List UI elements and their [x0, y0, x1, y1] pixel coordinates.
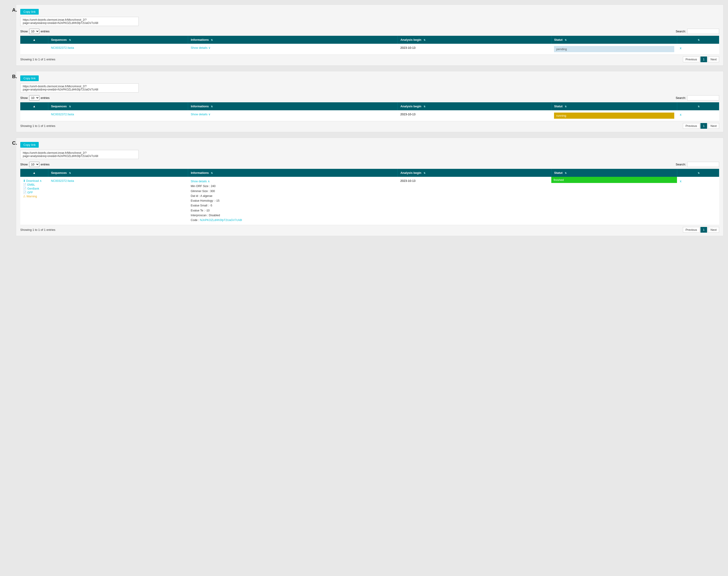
show-details-b-1[interactable]: Show details ∨ — [191, 113, 210, 116]
gff-link-c-1[interactable]: 📄 GFF — [23, 191, 46, 194]
detail-dat-id: Dat id : A algerae — [191, 194, 395, 198]
search-row-c: Search: — [676, 162, 719, 167]
search-label-c: Search: — [676, 163, 686, 166]
download-toggle-c-1[interactable]: ⬇ Download ∧ — [23, 179, 46, 182]
detail-min-orf: Min ORF Size : 240 — [191, 184, 395, 189]
col-sort-b[interactable]: ▲ — [20, 102, 48, 110]
sort-sequences-c: ⇅ — [69, 172, 71, 174]
pagination-c: Previous 1 Next — [683, 227, 719, 233]
sort-sequences-a: ⇅ — [69, 39, 71, 41]
row-analysis-c-1: 2023-10-13 — [398, 177, 551, 225]
sequence-link-a-1[interactable]: NC0032372.fasta — [51, 46, 74, 50]
sort-arrow-b: ▲ — [33, 105, 36, 108]
col-informations-c[interactable]: Informations ⇅ — [188, 169, 398, 177]
show-entries-left-b: Show 10 25 50 entries — [20, 95, 50, 100]
sort-arrow-c: ▲ — [33, 171, 36, 175]
sort-analysis-c: ⇅ — [424, 172, 425, 174]
search-label-a: Search: — [676, 30, 686, 33]
col-analysis-c[interactable]: Analysis begin ⇅ — [398, 169, 551, 177]
embl-link-c-1[interactable]: 📄 EMBL — [23, 183, 46, 186]
sequence-link-b-1[interactable]: NC0032372.fasta — [51, 113, 74, 116]
sort-action-c: ⇅ — [698, 172, 700, 174]
show-details-c-1[interactable]: Show details ∧ — [191, 180, 210, 183]
show-label-b: Show — [20, 96, 28, 99]
delete-btn-c-1[interactable]: x — [680, 179, 681, 183]
col-action-b: ⇅ — [677, 102, 719, 110]
next-btn-b[interactable]: Next — [708, 123, 719, 129]
table-c: ▲ Sequences ⇅ Informations ⇅ Analysis be… — [20, 169, 719, 225]
delete-btn-b-1[interactable]: x — [680, 113, 681, 116]
delete-btn-a-1[interactable]: x — [680, 46, 681, 50]
col-analysis-a[interactable]: Analysis begin ⇅ — [398, 36, 551, 44]
search-input-c[interactable] — [687, 162, 719, 167]
col-statut-c[interactable]: Statut ⇅ — [551, 169, 677, 177]
section-b: B. Copy link https://umrh-bioinfo.clermo… — [16, 71, 723, 132]
warning-link-c-1[interactable]: ⚠ Warning — [23, 195, 46, 198]
prev-btn-b[interactable]: Previous — [683, 123, 700, 129]
search-input-b[interactable] — [687, 95, 719, 100]
embl-label-c-1: EMBL — [27, 183, 35, 186]
page-1-btn-a[interactable]: 1 — [700, 57, 707, 62]
pagination-b: Previous 1 Next — [683, 123, 719, 129]
sort-action-b: ⇅ — [698, 105, 700, 108]
next-btn-a[interactable]: Next — [708, 57, 719, 62]
col-analysis-b[interactable]: Analysis begin ⇅ — [398, 102, 551, 110]
show-entries-row-c: Show 10 25 50 entries Search: — [20, 162, 719, 167]
status-badge-b-1: running — [554, 113, 674, 119]
copy-link-button-a[interactable]: Copy link — [20, 9, 39, 15]
sort-informations-b: ⇅ — [211, 105, 213, 108]
entries-select-b[interactable]: 10 25 50 — [29, 95, 39, 100]
detail-code-value[interactable]: NJnPKOZLdHhSfpT2UaGV7cA8l — [200, 219, 242, 222]
col-sequences-b[interactable]: Sequences ⇅ — [48, 102, 188, 110]
row-info-c-1: Show details ∧ Min ORF Size : 240 Glimme… — [188, 177, 398, 225]
status-badge-c-1: finished — [551, 177, 677, 183]
col-informations-a[interactable]: Informations ⇅ — [188, 36, 398, 44]
gff-label-c-1: GFF — [27, 191, 33, 194]
row-statut-b-1: running — [551, 110, 677, 121]
table-b: ▲ Sequences ⇅ Informations ⇅ Analysis be… — [20, 102, 719, 121]
page-1-btn-c[interactable]: 1 — [700, 227, 707, 233]
prev-btn-a[interactable]: Previous — [683, 57, 700, 62]
entries-label-c: entries — [41, 163, 50, 166]
row-action-a-1: x — [677, 44, 719, 55]
sort-statut-b: ⇅ — [565, 105, 567, 108]
copy-link-button-c[interactable]: Copy link — [20, 142, 39, 148]
row-analysis-a-1: 2023-10-13 — [398, 44, 551, 55]
row-info-b-1: Show details ∨ — [188, 110, 398, 121]
row-statut-c-1: finished — [551, 177, 677, 225]
section-c: C. Copy link https://umrh-bioinfo.clermo… — [16, 138, 723, 236]
show-details-a-1[interactable]: Show details ∨ — [191, 46, 210, 50]
genbank-label-c-1: GenBank — [27, 187, 39, 190]
section-label-a: A. — [12, 7, 17, 13]
copy-link-button-b[interactable]: Copy link — [20, 76, 39, 81]
col-statut-b[interactable]: Statut ⇅ — [551, 102, 677, 110]
showing-b: Showing 1 to 1 of 1 entries — [20, 124, 55, 127]
url-display-b: https://umrh-bioinfo.clermont.inrae.fr/M… — [20, 83, 139, 92]
entries-select-c[interactable]: 10 25 50 — [29, 162, 39, 167]
genbank-link-c-1[interactable]: 📄 GenBank — [23, 187, 46, 190]
row-sequence-b-1: NC0032372.fasta — [48, 110, 188, 121]
col-informations-b[interactable]: Informations ⇅ — [188, 102, 398, 110]
file-icon-embl: 📄 — [23, 183, 27, 186]
page-1-btn-b[interactable]: 1 — [700, 123, 707, 129]
sequence-link-c-1[interactable]: NC0032372.fasta — [51, 179, 74, 182]
detail-evalue-te: Evalue Te : -10 — [191, 208, 395, 213]
pagination-a: Previous 1 Next — [683, 57, 719, 62]
sort-informations-c: ⇅ — [211, 172, 213, 174]
entries-select-a[interactable]: 10 25 50 — [29, 29, 39, 34]
col-statut-a[interactable]: Statut ⇅ — [551, 36, 677, 44]
warning-icon: ⚠ — [23, 195, 26, 198]
search-input-a[interactable] — [687, 29, 719, 34]
col-sort-c[interactable]: ▲ — [20, 169, 48, 177]
download-icon: ⬇ — [23, 179, 26, 182]
col-sort-a[interactable]: ▲ — [20, 36, 48, 44]
col-sequences-c[interactable]: Sequences ⇅ — [48, 169, 188, 177]
row-statut-a-1: pending — [551, 44, 677, 55]
prev-btn-c[interactable]: Previous — [683, 227, 700, 233]
next-btn-c[interactable]: Next — [708, 227, 719, 233]
file-icon-genbank: 📄 — [23, 187, 27, 190]
row-info-a-1: Show details ∨ — [188, 44, 398, 55]
col-sequences-a[interactable]: Sequences ⇅ — [48, 36, 188, 44]
show-label-c: Show — [20, 163, 28, 166]
footer-b: Showing 1 to 1 of 1 entries Previous 1 N… — [20, 123, 719, 129]
